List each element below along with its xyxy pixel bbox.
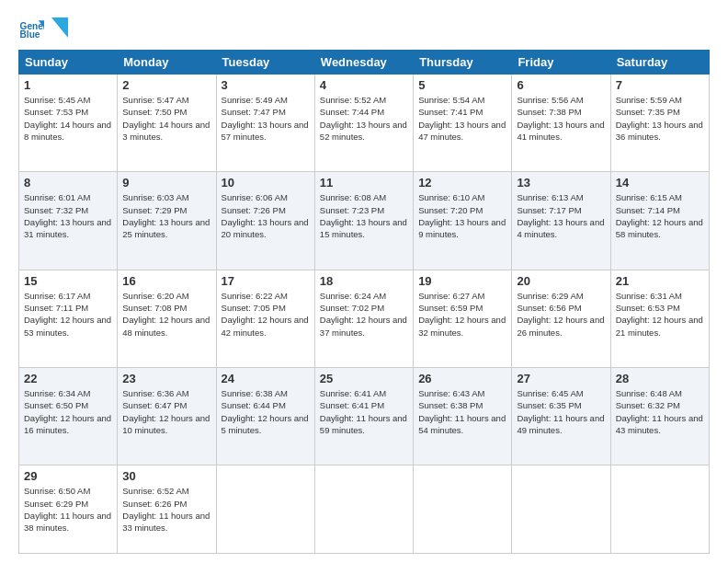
sunrise-label: Sunrise: 6:20 AM — [122, 291, 188, 301]
day-info: Sunrise: 6:34 AM Sunset: 6:50 PM Dayligh… — [24, 387, 112, 436]
calendar-cell: 7 Sunrise: 5:59 AM Sunset: 7:35 PM Dayli… — [610, 75, 709, 172]
sunrise-label: Sunrise: 6:52 AM — [122, 486, 188, 496]
day-info: Sunrise: 6:20 AM Sunset: 7:08 PM Dayligh… — [122, 290, 210, 339]
sunset-label: Sunset: 6:38 PM — [418, 400, 483, 410]
daylight-label: Daylight: 13 hours and 52 minutes. — [320, 120, 407, 142]
sunset-label: Sunset: 7:29 PM — [122, 205, 187, 215]
daylight-label: Daylight: 13 hours and 9 minutes. — [418, 217, 506, 239]
day-info: Sunrise: 6:22 AM Sunset: 7:05 PM Dayligh… — [222, 290, 310, 339]
daylight-label: Daylight: 11 hours and 49 minutes. — [517, 413, 604, 435]
sunrise-label: Sunrise: 6:38 AM — [222, 388, 288, 398]
day-number: 30 — [122, 469, 210, 483]
daylight-label: Daylight: 13 hours and 47 minutes. — [418, 120, 506, 142]
day-number: 8 — [24, 176, 112, 190]
calendar-cell: 20 Sunrise: 6:29 AM Sunset: 6:56 PM Dayl… — [512, 270, 610, 367]
logo-arrow-icon — [51, 17, 68, 38]
daylight-label: Daylight: 14 hours and 8 minutes. — [24, 120, 111, 142]
day-info: Sunrise: 5:47 AM Sunset: 7:50 PM Dayligh… — [122, 94, 210, 143]
day-number: 18 — [320, 274, 408, 288]
calendar-cell: 5 Sunrise: 5:54 AM Sunset: 7:41 PM Dayli… — [414, 75, 512, 172]
daylight-label: Daylight: 12 hours and 32 minutes. — [418, 315, 506, 337]
calendar-cell: 24 Sunrise: 6:38 AM Sunset: 6:44 PM Dayl… — [216, 367, 314, 465]
calendar-cell: 10 Sunrise: 6:06 AM Sunset: 7:26 PM Dayl… — [216, 172, 314, 270]
sunset-label: Sunset: 6:44 PM — [222, 400, 286, 410]
daylight-label: Daylight: 11 hours and 38 minutes. — [24, 511, 111, 533]
calendar-cell: 18 Sunrise: 6:24 AM Sunset: 7:02 PM Dayl… — [314, 270, 413, 367]
sunset-label: Sunset: 6:56 PM — [517, 303, 581, 313]
daylight-label: Daylight: 12 hours and 58 minutes. — [616, 217, 703, 239]
sunrise-label: Sunrise: 6:31 AM — [616, 291, 682, 301]
sunset-label: Sunset: 7:14 PM — [616, 205, 680, 215]
sunset-label: Sunset: 6:35 PM — [517, 400, 581, 410]
daylight-label: Daylight: 12 hours and 42 minutes. — [222, 315, 309, 337]
day-number: 10 — [222, 176, 310, 190]
weekday-header-saturday: Saturday — [610, 51, 709, 75]
sunset-label: Sunset: 7:47 PM — [222, 107, 286, 117]
calendar-cell — [610, 465, 709, 554]
sunset-label: Sunset: 7:26 PM — [222, 205, 286, 215]
day-number: 21 — [616, 274, 704, 288]
sunrise-label: Sunrise: 6:34 AM — [24, 388, 90, 398]
sunrise-label: Sunrise: 5:49 AM — [222, 95, 288, 105]
calendar-week-row: 22 Sunrise: 6:34 AM Sunset: 6:50 PM Dayl… — [19, 367, 710, 465]
sunrise-label: Sunrise: 6:41 AM — [320, 388, 386, 398]
sunrise-label: Sunrise: 6:08 AM — [320, 192, 386, 202]
svg-marker-3 — [51, 17, 68, 38]
calendar-cell: 2 Sunrise: 5:47 AM Sunset: 7:50 PM Dayli… — [118, 75, 216, 172]
sunrise-label: Sunrise: 6:43 AM — [418, 388, 484, 398]
sunrise-label: Sunrise: 6:27 AM — [418, 291, 484, 301]
calendar-cell — [314, 465, 413, 554]
day-info: Sunrise: 6:41 AM Sunset: 6:41 PM Dayligh… — [320, 387, 408, 436]
calendar-cell: 1 Sunrise: 5:45 AM Sunset: 7:53 PM Dayli… — [19, 75, 118, 172]
daylight-label: Daylight: 13 hours and 4 minutes. — [517, 217, 604, 239]
daylight-label: Daylight: 11 hours and 33 minutes. — [122, 511, 210, 533]
calendar-table: SundayMondayTuesdayWednesdayThursdayFrid… — [18, 50, 710, 554]
daylight-label: Daylight: 12 hours and 5 minutes. — [222, 413, 309, 435]
day-info: Sunrise: 6:31 AM Sunset: 6:53 PM Dayligh… — [616, 290, 704, 339]
day-info: Sunrise: 6:38 AM Sunset: 6:44 PM Dayligh… — [222, 387, 310, 436]
calendar-week-row: 1 Sunrise: 5:45 AM Sunset: 7:53 PM Dayli… — [19, 75, 710, 172]
daylight-label: Daylight: 11 hours and 43 minutes. — [616, 413, 703, 435]
day-info: Sunrise: 6:29 AM Sunset: 6:56 PM Dayligh… — [517, 290, 605, 339]
sunset-label: Sunset: 7:17 PM — [517, 205, 581, 215]
sunrise-label: Sunrise: 6:10 AM — [418, 192, 484, 202]
calendar-cell: 4 Sunrise: 5:52 AM Sunset: 7:44 PM Dayli… — [314, 75, 413, 172]
calendar-cell: 17 Sunrise: 6:22 AM Sunset: 7:05 PM Dayl… — [216, 270, 314, 367]
sunrise-label: Sunrise: 5:45 AM — [24, 95, 90, 105]
daylight-label: Daylight: 13 hours and 15 minutes. — [320, 217, 407, 239]
day-number: 28 — [616, 372, 704, 385]
day-number: 20 — [517, 274, 605, 288]
day-info: Sunrise: 5:52 AM Sunset: 7:44 PM Dayligh… — [320, 94, 408, 143]
day-info: Sunrise: 6:10 AM Sunset: 7:20 PM Dayligh… — [418, 191, 506, 240]
sunrise-label: Sunrise: 6:29 AM — [517, 291, 583, 301]
sunrise-label: Sunrise: 6:50 AM — [24, 486, 90, 496]
calendar-cell: 27 Sunrise: 6:45 AM Sunset: 6:35 PM Dayl… — [512, 367, 610, 465]
day-info: Sunrise: 5:59 AM Sunset: 7:35 PM Dayligh… — [616, 94, 704, 143]
day-number: 6 — [517, 78, 605, 92]
calendar-week-row: 29 Sunrise: 6:50 AM Sunset: 6:29 PM Dayl… — [19, 465, 710, 554]
weekday-header-tuesday: Tuesday — [216, 51, 314, 75]
calendar-cell — [216, 465, 314, 554]
day-info: Sunrise: 6:08 AM Sunset: 7:23 PM Dayligh… — [320, 191, 408, 240]
day-info: Sunrise: 6:03 AM Sunset: 7:29 PM Dayligh… — [122, 191, 210, 240]
calendar-header-row: SundayMondayTuesdayWednesdayThursdayFrid… — [19, 51, 710, 75]
day-info: Sunrise: 5:49 AM Sunset: 7:47 PM Dayligh… — [222, 94, 310, 143]
sunset-label: Sunset: 7:32 PM — [24, 205, 88, 215]
logo: General Blue — [18, 15, 68, 40]
day-info: Sunrise: 6:17 AM Sunset: 7:11 PM Dayligh… — [24, 290, 112, 339]
day-info: Sunrise: 5:45 AM Sunset: 7:53 PM Dayligh… — [24, 94, 112, 143]
sunrise-label: Sunrise: 6:03 AM — [122, 192, 188, 202]
page: General Blue SundayMondayTuesdayWednesda… — [0, 0, 728, 563]
sunset-label: Sunset: 7:23 PM — [320, 205, 384, 215]
day-number: 7 — [616, 78, 704, 92]
sunrise-label: Sunrise: 6:48 AM — [616, 388, 682, 398]
daylight-label: Daylight: 12 hours and 21 minutes. — [616, 315, 703, 337]
sunset-label: Sunset: 6:41 PM — [320, 400, 384, 410]
day-number: 14 — [616, 176, 704, 190]
day-number: 5 — [418, 78, 506, 92]
day-number: 2 — [122, 78, 210, 92]
weekday-header-sunday: Sunday — [19, 51, 118, 75]
sunset-label: Sunset: 6:29 PM — [24, 499, 88, 509]
daylight-label: Daylight: 12 hours and 53 minutes. — [24, 315, 111, 337]
sunset-label: Sunset: 7:02 PM — [320, 303, 384, 313]
